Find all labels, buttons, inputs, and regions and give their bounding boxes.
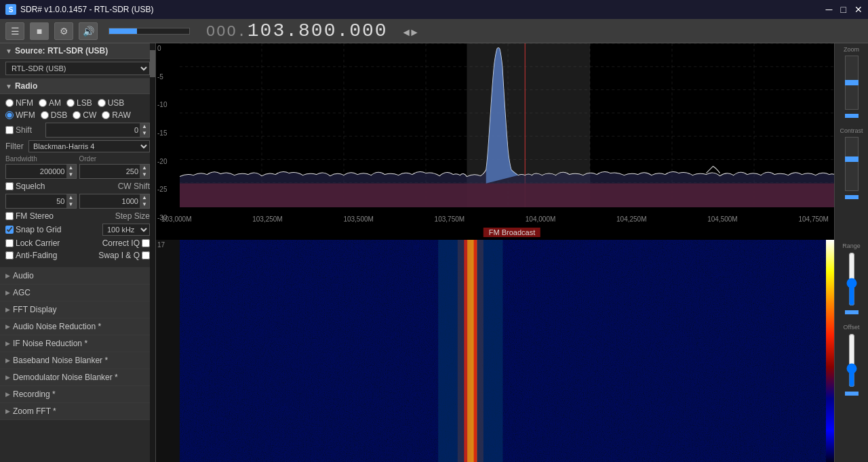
- spectrum-display[interactable]: [180, 43, 836, 207]
- mode-am-radio[interactable]: [39, 99, 47, 107]
- order-up-btn[interactable]: ▲: [140, 165, 149, 171]
- squelch-input[interactable]: [6, 196, 66, 206]
- mode-cw-radio[interactable]: [73, 111, 81, 119]
- mode-wfm-radio[interactable]: [5, 111, 14, 119]
- frequency-arrows[interactable]: ◄►: [403, 27, 418, 39]
- toolbar: ☰ ■ ⚙ 🔊 OOO.103.800.000 ◄►: [0, 19, 868, 43]
- right-panel: 0 -5 -10 -15 -20 -25 -30: [156, 43, 868, 462]
- filter-select[interactable]: Blackman-Harris 4 Hamming Hann Blackman …: [28, 140, 150, 152]
- bandwidth-down-btn[interactable]: ▼: [66, 171, 76, 178]
- shift-down-btn[interactable]: ▼: [140, 130, 149, 137]
- mode-dsb-radio[interactable]: [41, 111, 49, 119]
- frequency-progress-bar: [108, 28, 190, 35]
- range-slider[interactable]: [845, 252, 859, 306]
- anti-fading-checkbox[interactable]: [5, 251, 14, 259]
- mode-lsb[interactable]: LSB: [66, 98, 92, 108]
- waterfall-display[interactable]: [180, 240, 826, 462]
- squelch-down-btn[interactable]: ▼: [66, 201, 76, 208]
- mode-am[interactable]: AM: [39, 98, 61, 108]
- agc-section[interactable]: ▶ AGC: [0, 285, 155, 301]
- maximize-button[interactable]: □: [841, 4, 846, 15]
- zoom-slider[interactable]: [845, 56, 859, 110]
- shift-checkbox-label[interactable]: Shift: [5, 125, 43, 135]
- settings-button[interactable]: ⚙: [54, 22, 73, 40]
- swap-iq-label[interactable]: Swap I & Q: [98, 251, 150, 260]
- minimize-button[interactable]: ─: [826, 4, 833, 15]
- left-panel: ▼ Source: RTL-SDR (USB) RTL-SDR (USB) ▼ …: [0, 43, 156, 462]
- menu-button[interactable]: ☰: [5, 22, 24, 40]
- db-0: 0: [157, 45, 178, 52]
- db-5: -5: [157, 73, 178, 81]
- mode-wfm[interactable]: WFM: [5, 110, 35, 120]
- mode-lsb-radio[interactable]: [66, 99, 75, 107]
- shift-up-btn[interactable]: ▲: [140, 123, 149, 130]
- shift-checkbox[interactable]: [5, 126, 14, 134]
- if-noise-reduction-section[interactable]: ▶ IF Noise Reduction *: [0, 335, 155, 352]
- correct-iq-label[interactable]: Correct IQ: [102, 238, 150, 248]
- scrollbar-thumb[interactable]: [150, 50, 155, 77]
- audio-section[interactable]: ▶ Audio: [0, 268, 155, 285]
- snap-checkbox[interactable]: [5, 226, 14, 234]
- baseband-noise-blanker-section[interactable]: ▶ Baseband Noise Blanker *: [0, 352, 155, 369]
- frequency-value: 103.800.000: [248, 20, 388, 41]
- db-25: -25: [157, 186, 178, 193]
- db-15: -15: [157, 129, 178, 137]
- freq-label-6: 104,500M: [707, 215, 737, 223]
- fm-stereo-row: FM Stereo Step Size: [5, 211, 150, 221]
- mode-usb-radio[interactable]: [98, 99, 106, 107]
- audio-expand-icon: ▶: [5, 272, 10, 279]
- cwshift-input[interactable]: [80, 196, 140, 206]
- titlebar-controls[interactable]: ─ □ ✕: [826, 4, 863, 15]
- mode-nfm-radio[interactable]: [5, 99, 14, 107]
- offset-indicator: [845, 392, 859, 396]
- fm-stereo-label[interactable]: FM Stereo: [5, 211, 54, 221]
- freq-label-3: 103,750M: [435, 215, 465, 223]
- lock-carrier-checkbox[interactable]: [5, 239, 14, 247]
- close-button[interactable]: ✕: [854, 4, 863, 15]
- shift-input[interactable]: [46, 125, 140, 135]
- zoom-fft-section[interactable]: ▶ Zoom FFT *: [0, 403, 155, 420]
- audio-noise-reduction-section[interactable]: ▶ Audio Noise Reduction *: [0, 318, 155, 335]
- titlebar-title: SDR# v1.0.0.1457 - RTL-SDR (USB): [20, 5, 154, 14]
- spectrum-area[interactable]: 0 -5 -10 -15 -20 -25 -30: [156, 43, 868, 240]
- order-input[interactable]: [80, 167, 140, 176]
- anti-fading-label[interactable]: Anti-Fading: [5, 251, 57, 260]
- freq-label-2: 103,500M: [343, 215, 373, 223]
- bnb-label: Baseband Noise Blanker *: [13, 356, 108, 365]
- offset-slider[interactable]: [845, 333, 859, 387]
- mode-dsb[interactable]: DSB: [41, 110, 68, 120]
- squelch-checkbox[interactable]: [5, 182, 14, 190]
- audio-label: Audio: [13, 271, 34, 280]
- bandwidth-up-btn[interactable]: ▲: [66, 165, 76, 171]
- contrast-label: Contrast: [840, 127, 863, 134]
- radio-section-header[interactable]: ▼ Radio: [0, 79, 155, 94]
- snap-select[interactable]: 100 kHz 10 kHz 1 kHz: [102, 224, 150, 236]
- squelch-up-btn[interactable]: ▲: [66, 194, 76, 201]
- fm-stereo-checkbox[interactable]: [5, 212, 14, 220]
- correct-iq-checkbox[interactable]: [142, 239, 150, 247]
- cwshift-up-btn[interactable]: ▲: [140, 194, 149, 201]
- mode-cw[interactable]: CW: [73, 110, 96, 120]
- recording-section[interactable]: ▶ Recording *: [0, 386, 155, 403]
- squelch-checkbox-label[interactable]: Squelch: [5, 182, 45, 191]
- contrast-slider[interactable]: [845, 137, 859, 191]
- waterfall-area[interactable]: Range Offset 17: [156, 240, 868, 462]
- demodulator-noise-blanker-section[interactable]: ▶ Demodulator Noise Blanker *: [0, 369, 155, 386]
- bandwidth-input[interactable]: [6, 167, 66, 176]
- cwshift-down-btn[interactable]: ▼: [140, 201, 149, 208]
- stop-button[interactable]: ■: [30, 22, 49, 40]
- source-section-header[interactable]: ▼ Source: RTL-SDR (USB): [0, 43, 155, 59]
- mode-raw-radio[interactable]: [102, 111, 110, 119]
- step-size-label: Step Size: [115, 211, 150, 221]
- swap-iq-checkbox[interactable]: [142, 251, 150, 259]
- lock-carrier-label[interactable]: Lock Carrier: [5, 238, 60, 248]
- mode-usb[interactable]: USB: [98, 98, 125, 108]
- source-device-select[interactable]: RTL-SDR (USB): [5, 62, 150, 75]
- mode-raw[interactable]: RAW: [102, 110, 131, 120]
- audio-button[interactable]: 🔊: [79, 22, 98, 40]
- fft-display-section[interactable]: ▶ FFT Display: [0, 301, 155, 318]
- snap-checkbox-label[interactable]: Snap to Grid: [5, 225, 61, 234]
- bandwidth-spinbox: ▲ ▼: [5, 164, 77, 179]
- mode-nfm[interactable]: NFM: [5, 98, 33, 108]
- order-down-btn[interactable]: ▼: [140, 171, 149, 178]
